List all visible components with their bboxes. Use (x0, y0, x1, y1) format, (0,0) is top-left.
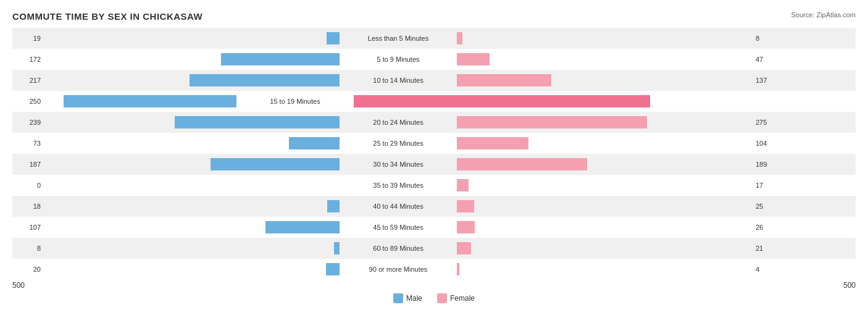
female-bar (457, 263, 459, 275)
female-bar (457, 32, 462, 44)
bottom-left-label: 500 (12, 281, 25, 290)
source-label: Source: ZipAtlas.com (791, 11, 856, 19)
bar-row: 10745 to 59 Minutes26 (12, 217, 856, 238)
bottom-labels: 500 500 (12, 281, 856, 290)
bar-row: 1840 to 44 Minutes25 (12, 196, 856, 217)
female-value: 275 (753, 119, 784, 126)
male-bar (190, 74, 340, 86)
male-bar-cell (43, 133, 340, 154)
female-value: 429 (825, 98, 856, 105)
female-bar-cell (457, 70, 753, 91)
female-swatch (437, 293, 447, 303)
female-value: 189 (753, 161, 784, 168)
female-value: 17 (753, 182, 784, 189)
bottom-right-label: 500 (843, 281, 856, 290)
female-bar (354, 95, 650, 107)
bar-row: 035 to 39 Minutes17 (12, 175, 856, 196)
female-bar-cell (457, 28, 753, 49)
chart-title: COMMUTE TIME BY SEX IN CHICKASAW (12, 11, 856, 22)
row-label: 30 to 34 Minutes (340, 161, 457, 168)
bar-row: 7325 to 29 Minutes104 (12, 133, 856, 154)
row-label: 45 to 59 Minutes (340, 224, 457, 231)
female-bar-cell (354, 91, 547, 112)
bar-row: 19Less than 5 Minutes8 (12, 28, 856, 49)
female-value: 104 (753, 140, 784, 147)
row-label: 90 or more Minutes (340, 266, 457, 273)
female-bar-cell (457, 49, 753, 70)
male-bar-cell (43, 175, 340, 196)
bar-row: 23920 to 24 Minutes275 (12, 112, 856, 133)
male-value: 18 (12, 203, 43, 210)
male-bar (289, 137, 340, 149)
male-value: 172 (12, 56, 43, 63)
legend-female: Female (437, 293, 475, 303)
row-label: 25 to 29 Minutes (340, 140, 457, 147)
female-value: 137 (753, 77, 784, 84)
female-bar-cell (457, 112, 753, 133)
female-value: 4 (753, 266, 784, 273)
female-value: 47 (753, 56, 784, 63)
male-value: 0 (12, 182, 43, 189)
male-bar (221, 53, 340, 65)
chart-container: COMMUTE TIME BY SEX IN CHICKASAW Source:… (0, 0, 868, 323)
male-bar (334, 242, 340, 254)
row-label: 5 to 9 Minutes (340, 56, 457, 63)
male-bar (211, 158, 340, 170)
male-value: 217 (12, 77, 43, 84)
female-bar-cell (457, 217, 753, 238)
male-bar-cell (43, 154, 340, 175)
male-value: 187 (12, 161, 43, 168)
female-bar-cell (457, 154, 753, 175)
bar-row: 860 to 89 Minutes21 (12, 238, 856, 259)
male-bar-cell (43, 70, 340, 91)
bar-row: 25015 to 19 Minutes429 (12, 91, 856, 112)
male-value: 73 (12, 140, 43, 147)
male-bar (175, 116, 340, 128)
row-label: 35 to 39 Minutes (340, 182, 457, 189)
female-label: Female (450, 294, 475, 303)
male-value: 8 (12, 245, 43, 252)
female-value: 21 (753, 245, 784, 252)
female-bar (457, 200, 474, 212)
male-bar-cell (43, 217, 340, 238)
male-value: 250 (12, 98, 43, 105)
male-swatch (393, 293, 403, 303)
male-bar-cell (43, 238, 340, 259)
male-bar (327, 32, 340, 44)
male-bar (327, 200, 340, 212)
female-bar-cell (457, 175, 753, 196)
row-label: 10 to 14 Minutes (340, 77, 457, 84)
female-bar-cell (457, 133, 753, 154)
row-label: 15 to 19 Minutes (236, 98, 354, 105)
female-bar-cell (457, 238, 753, 259)
female-bar (457, 74, 551, 86)
male-bar-cell (43, 112, 340, 133)
male-label: Male (406, 294, 422, 303)
bar-row: 18730 to 34 Minutes189 (12, 154, 856, 175)
bar-row: 2090 or more Minutes4 (12, 259, 856, 280)
row-label: 60 to 89 Minutes (340, 245, 457, 252)
male-bar-cell (43, 28, 340, 49)
female-bar (457, 242, 471, 254)
male-bar (326, 263, 340, 275)
male-value: 239 (12, 119, 43, 126)
male-bar-cell (43, 259, 340, 280)
female-bar (457, 158, 587, 170)
bar-row: 21710 to 14 Minutes137 (12, 70, 856, 91)
male-value: 20 (12, 266, 43, 273)
male-bar (265, 221, 340, 233)
row-label: 20 to 24 Minutes (340, 119, 457, 126)
female-bar-cell (457, 259, 753, 280)
chart-body: 19Less than 5 Minutes81725 to 9 Minutes4… (12, 28, 856, 280)
legend: Male Female (12, 293, 856, 303)
legend-male: Male (393, 293, 422, 303)
male-bar-cell (43, 196, 340, 217)
row-label: Less than 5 Minutes (340, 35, 457, 42)
female-value: 26 (753, 224, 784, 231)
male-bar (64, 95, 236, 107)
male-bar-cell (43, 49, 340, 70)
male-value: 107 (12, 224, 43, 231)
female-value: 25 (753, 203, 784, 210)
female-bar-cell (457, 196, 753, 217)
female-bar (457, 116, 647, 128)
